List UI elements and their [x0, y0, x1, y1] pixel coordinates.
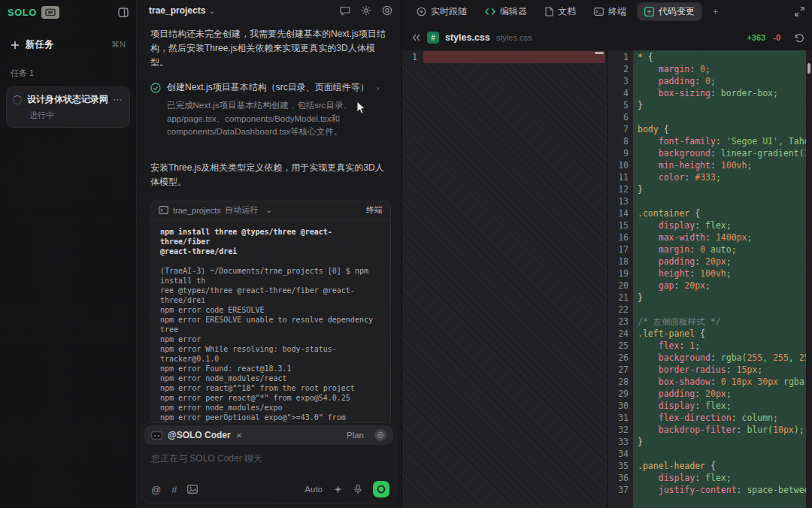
comment-icon[interactable] [340, 5, 350, 16]
workbench-panel: 实时跟随编辑器文档终端代码变更＋ # styles.css styles.css… [402, 0, 812, 508]
terminal-line: npm install three @types/three @react-th… [160, 227, 381, 246]
agent-mention-chip[interactable]: @SOLO Coder [168, 430, 231, 440]
terminal-line: npm error peer react@"*" from expo@54.0.… [160, 393, 381, 403]
chevron-down-icon[interactable]: ⌄ [208, 7, 214, 15]
agent-terminal-icon [151, 431, 162, 440]
diff-modified-pane[interactable]: 1234567891011121314151617181920212223242… [607, 50, 812, 508]
live-follow-icon [417, 7, 426, 17]
task-more-icon[interactable]: ⋯ [113, 94, 123, 105]
editor-icon [485, 8, 495, 16]
chat-input-placeholder[interactable]: 您正在与 SOLO Coder 聊天 [151, 452, 395, 465]
tab-docs[interactable]: 文档 [538, 3, 583, 20]
code-line: background: rgba(255, 255, 255, 0.95 [638, 352, 806, 364]
tab-label: 编辑器 [500, 5, 527, 18]
microphone-icon[interactable] [353, 484, 362, 494]
assistant-message-1: 项目结构还未完全创建，我需要先创建基本的Next.js项目结构，然后安装Thre… [150, 27, 391, 70]
code-line: body { [638, 123, 806, 135]
project-title[interactable]: trae_projects [149, 5, 205, 16]
terminal-line: ree @types/three @react-three/fiber @rea… [160, 286, 381, 295]
deleted-line-highlight [423, 51, 605, 63]
stop-send-button[interactable] [373, 481, 389, 497]
terminal-icon [594, 8, 604, 16]
terminal-mode-chevron-icon[interactable]: ⌄ [266, 206, 272, 214]
terminal-mode-label[interactable]: 自动运行 [226, 204, 259, 216]
task-progress-spinner-icon [13, 95, 22, 104]
code-line: border-radius: 15px; [638, 364, 806, 376]
terminal-icon [159, 206, 168, 214]
file-path: styles.css [496, 33, 532, 42]
code-line [638, 304, 806, 316]
input-toolbar: @ # Auto [151, 481, 389, 497]
history-at-icon[interactable] [382, 5, 392, 16]
mouse-cursor [356, 101, 366, 114]
new-task-button[interactable]: 新任务 ⌘N [8, 35, 129, 54]
todo-expand-chevron-icon[interactable]: › [377, 83, 380, 92]
diff-original-pane[interactable]: 1 [402, 50, 607, 508]
tab-code-changes[interactable]: 代码变更 [638, 3, 701, 20]
remove-mention-icon[interactable]: ✕ [236, 431, 242, 440]
solo-tv-icon [41, 6, 59, 19]
terminal-card: trae_projects 自动运行 ⌄ 终端 npm install thre… [150, 201, 391, 426]
check-circle-icon [150, 83, 161, 93]
tab-label: 文档 [558, 5, 576, 18]
tab-terminal[interactable]: 终端 [587, 3, 633, 20]
line-number: 35 [607, 460, 629, 472]
line-number: 26 [607, 352, 629, 364]
sparkle-enhance-icon[interactable] [333, 485, 343, 494]
model-auto-selector[interactable]: Auto [304, 485, 323, 494]
tab-live-follow[interactable]: 实时跟随 [410, 3, 474, 20]
line-number: 32 [607, 424, 629, 436]
line-number: 20 [607, 280, 629, 292]
file-name[interactable]: styles.css [445, 32, 490, 43]
code-line: padding: 0; [638, 75, 806, 87]
original-scrollbar-thumb[interactable] [595, 52, 604, 54]
lines-added-count: +363 [747, 33, 765, 42]
line-number: 34 [607, 448, 629, 460]
todo-item[interactable]: 创建Next.js项目基本结构（src目录、页面组件等） › [150, 81, 391, 94]
code-line [638, 111, 806, 123]
line-number: 11 [607, 171, 629, 183]
tab-editor[interactable]: 编辑器 [478, 3, 534, 20]
plan-toggle[interactable] [374, 429, 386, 441]
editor-scrollbar-thumb[interactable] [807, 63, 810, 74]
toggle-sidebar-icon[interactable] [118, 8, 129, 17]
line-number: 16 [607, 231, 629, 243]
terminal-line: npm error While resolving: body-status- [160, 344, 381, 354]
add-tab-icon[interactable]: ＋ [706, 5, 725, 18]
mention-bar: @SOLO Coder ✕ Plan [144, 425, 393, 445]
code-line: * { [638, 51, 806, 63]
revert-changes-icon[interactable] [794, 33, 804, 43]
sidebar-header: SOLO [0, 0, 136, 23]
hash-context-icon[interactable]: # [171, 484, 177, 495]
css-code[interactable]: * { margin: 0; padding: 0; box-sizing: b… [638, 51, 806, 496]
line-number: 15 [607, 219, 629, 231]
line-number: 27 [607, 364, 629, 376]
line-number: 25 [607, 340, 629, 352]
code-line: } [638, 99, 806, 111]
line-number: 36 [607, 472, 629, 484]
settings-gear-icon[interactable] [361, 5, 371, 16]
plan-toggle-label: Plan [347, 431, 364, 440]
line-number: 5 [607, 99, 629, 111]
terminal-output[interactable]: npm install three @types/three @react-th… [151, 220, 390, 426]
chat-input[interactable]: @SOLO Coder ✕ Plan 您正在与 SOLO Coder 聊天 @ … [141, 422, 396, 503]
terminal-card-header: trae_projects 自动运行 ⌄ 终端 [151, 201, 390, 220]
terminal-line: @react-three/drei [160, 246, 381, 256]
open-terminal-link[interactable]: 终端 [366, 204, 383, 216]
code-line: background: linear-gradient(135deg, # [638, 147, 806, 159]
expand-panel-icon[interactable] [795, 7, 804, 17]
editor-scrollbar[interactable] [806, 50, 812, 508]
terminal-line: tracker@0.1.0 [160, 354, 381, 364]
at-mention-icon[interactable]: @ [151, 484, 161, 495]
new-task-shortcut: ⌘N [111, 40, 126, 50]
collapse-diff-icon[interactable] [411, 33, 421, 42]
new-task-label: 新任务 [26, 38, 54, 51]
task-card[interactable]: 设计身体状态记录网站 ⋯ 进行中 [6, 86, 130, 128]
line-number: 2 [607, 63, 629, 75]
tab-label: 代码变更 [659, 5, 695, 18]
tasks-section-label: 任务 1 [11, 68, 126, 79]
attach-image-icon[interactable] [187, 485, 198, 494]
docs-icon [545, 7, 553, 17]
code-line: height: 100vh; [638, 268, 806, 280]
diff-filler-hatch [402, 64, 607, 508]
